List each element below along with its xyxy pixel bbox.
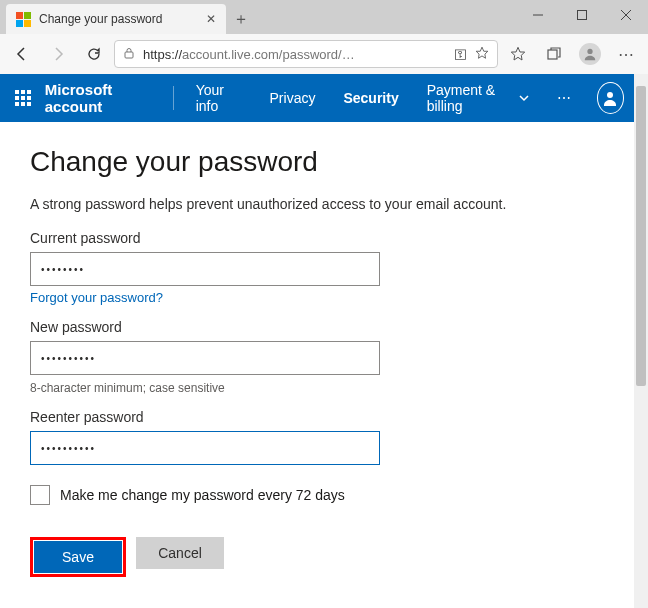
cancel-button[interactable]: Cancel bbox=[136, 537, 224, 569]
url-text: https://account.live.com/password/… bbox=[143, 47, 446, 62]
page-content: Change your password A strong password h… bbox=[0, 122, 634, 601]
new-tab-button[interactable]: ＋ bbox=[226, 4, 256, 34]
page-viewport: Microsoft account Your info Privacy Secu… bbox=[0, 74, 648, 608]
refresh-button[interactable] bbox=[78, 38, 110, 70]
tab-title: Change your password bbox=[39, 12, 198, 26]
forgot-password-link[interactable]: Forgot your password? bbox=[30, 290, 163, 305]
nav-more[interactable]: ⋯ bbox=[547, 90, 581, 106]
reenter-password-input[interactable]: •••••••••• bbox=[30, 431, 380, 465]
scroll-thumb[interactable] bbox=[636, 86, 646, 386]
new-password-label: New password bbox=[30, 319, 604, 335]
window-titlebar: Change your password ✕ ＋ bbox=[0, 0, 648, 34]
maximize-button[interactable] bbox=[560, 0, 604, 30]
svg-marker-6 bbox=[511, 47, 524, 60]
nav-your-info[interactable]: Your info bbox=[186, 74, 252, 122]
current-password-input[interactable]: •••••••• bbox=[30, 252, 380, 286]
svg-marker-5 bbox=[476, 47, 488, 58]
svg-rect-1 bbox=[578, 11, 587, 20]
waffle-icon bbox=[15, 90, 31, 106]
page-description: A strong password helps prevent unauthor… bbox=[30, 196, 604, 212]
account-nav: Microsoft account Your info Privacy Secu… bbox=[0, 74, 634, 122]
app-launcher-button[interactable] bbox=[10, 82, 37, 114]
person-icon bbox=[602, 90, 618, 106]
nav-security[interactable]: Security bbox=[333, 74, 408, 122]
periodic-change-label: Make me change my password every 72 days bbox=[60, 487, 345, 503]
favorite-add-icon[interactable] bbox=[475, 46, 489, 63]
favorites-button[interactable] bbox=[502, 38, 534, 70]
nav-payment[interactable]: Payment & billing bbox=[417, 74, 539, 122]
minimize-button[interactable] bbox=[516, 0, 560, 30]
account-avatar[interactable] bbox=[597, 82, 624, 114]
periodic-change-checkbox[interactable] bbox=[30, 485, 50, 505]
nav-separator bbox=[173, 86, 174, 110]
forward-button[interactable] bbox=[42, 38, 74, 70]
svg-point-8 bbox=[587, 49, 592, 54]
new-password-input[interactable]: •••••••••• bbox=[30, 341, 380, 375]
page-heading: Change your password bbox=[30, 146, 604, 178]
brand-label[interactable]: Microsoft account bbox=[45, 81, 153, 115]
close-tab-icon[interactable]: ✕ bbox=[206, 12, 216, 26]
current-password-label: Current password bbox=[30, 230, 604, 246]
save-button[interactable]: Save bbox=[34, 541, 122, 573]
password-hint: 8-character minimum; case sensitive bbox=[30, 381, 604, 395]
more-button[interactable]: ⋯ bbox=[610, 38, 642, 70]
svg-rect-7 bbox=[548, 50, 557, 59]
lock-icon bbox=[123, 47, 135, 62]
key-icon[interactable]: ⚿ bbox=[454, 47, 467, 62]
browser-tab[interactable]: Change your password ✕ bbox=[6, 4, 226, 34]
close-window-button[interactable] bbox=[604, 0, 648, 30]
ms-logo-icon bbox=[16, 12, 31, 27]
chevron-down-icon bbox=[519, 90, 529, 106]
svg-rect-4 bbox=[125, 52, 133, 58]
vertical-scrollbar[interactable] bbox=[634, 74, 648, 608]
address-bar[interactable]: https://account.live.com/password/… ⚿ bbox=[114, 40, 498, 68]
save-highlight: Save bbox=[30, 537, 126, 577]
window-controls bbox=[516, 0, 648, 30]
browser-toolbar: https://account.live.com/password/… ⚿ ⋯ bbox=[0, 34, 648, 74]
reenter-password-label: Reenter password bbox=[30, 409, 604, 425]
nav-payment-label: Payment & billing bbox=[427, 82, 515, 114]
profile-button[interactable] bbox=[574, 38, 606, 70]
back-button[interactable] bbox=[6, 38, 38, 70]
svg-point-9 bbox=[607, 92, 613, 98]
collections-button[interactable] bbox=[538, 38, 570, 70]
nav-privacy[interactable]: Privacy bbox=[260, 74, 326, 122]
